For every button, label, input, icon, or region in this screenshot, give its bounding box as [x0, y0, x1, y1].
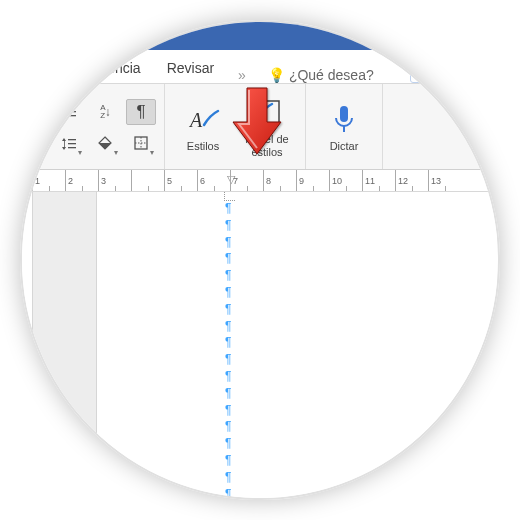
share-button[interactable] — [410, 61, 432, 83]
dictate-button[interactable]: Dictar — [314, 103, 374, 153]
sort-button[interactable]: AZ↓ — [90, 99, 120, 125]
svg-rect-36 — [68, 147, 76, 148]
svg-rect-42 — [340, 106, 348, 122]
svg-rect-19 — [68, 111, 76, 112]
ruler-tick: 9 — [296, 170, 329, 191]
svg-rect-43 — [343, 126, 345, 132]
svg-rect-31 — [25, 143, 40, 145]
ribbon-tabs: Correspondencia Revisar » 💡 ¿Qué desea? — [20, 50, 500, 84]
document-page[interactable]: ¶¶¶¶¶¶¶¶¶¶¶¶¶¶¶¶¶¶¶¶¶¶ — [97, 192, 497, 500]
share-icon — [414, 65, 428, 79]
ruler-tick: 10 — [329, 170, 362, 191]
group-styles: A Estilos Panel de estilos — [165, 84, 306, 169]
tab-revisar[interactable]: Revisar — [165, 53, 216, 83]
borders-button[interactable]: ▾ — [126, 131, 156, 157]
group-voice: Dictar — [306, 84, 383, 169]
nav-pane: es todo loversaciones oinstalada enstenc… — [20, 192, 32, 500]
styles-pane-label: Panel de estilos — [245, 133, 288, 158]
svg-rect-41 — [253, 101, 279, 123]
ruler-tick: 7 — [230, 170, 263, 191]
indent-dec-button[interactable] — [20, 99, 48, 125]
dictate-label: Dictar — [330, 140, 359, 153]
svg-rect-32 — [25, 147, 40, 149]
styles-icon: A — [186, 103, 220, 137]
pilcrow-button[interactable]: ¶ — [126, 99, 156, 125]
window-title: ocumento1 — [32, 23, 106, 40]
line-spacing-button[interactable]: ▾ — [54, 131, 84, 157]
shading-button[interactable]: ▾ — [90, 131, 120, 157]
ruler-tick: 13 — [428, 170, 461, 191]
ruler-tick: 3 — [98, 170, 131, 191]
indent-inc-button[interactable] — [54, 99, 84, 125]
styles-pane-button[interactable]: Panel de estilos — [237, 96, 297, 158]
ruler-tick: 12 — [395, 170, 428, 191]
ruler-tick: 2 — [65, 170, 98, 191]
svg-rect-18 — [68, 107, 76, 108]
ribbon: ▾ 123▾ ▾ AZ↓ ¶ — [20, 84, 500, 170]
page-gutter — [32, 192, 97, 500]
svg-rect-17 — [32, 115, 40, 116]
ruler-tick: 11 — [362, 170, 395, 191]
tell-me[interactable]: 💡 ¿Qué desea? — [268, 67, 374, 83]
nav-snippet: estro equipo ytarjeta deejemplo, a la — [20, 295, 32, 356]
svg-text:A: A — [188, 109, 203, 131]
tab-correspondencia[interactable]: Correspondencia — [32, 53, 143, 83]
paragraph-marks: ¶¶¶¶¶¶¶¶¶¶¶¶¶¶¶¶¶¶¶¶¶¶ — [225, 200, 497, 500]
ruler-tick: 1 — [32, 170, 65, 191]
ruler-tick: 5 — [164, 170, 197, 191]
styles-label: Estilos — [187, 140, 219, 153]
tell-me-label: ¿Qué desea? — [289, 67, 374, 83]
horizontal-ruler[interactable]: ▽ 1235678910111213 — [20, 170, 500, 192]
styles-button[interactable]: A Estilos — [173, 103, 233, 153]
svg-rect-33 — [64, 141, 65, 147]
tabs-overflow-icon[interactable]: » — [238, 67, 246, 83]
group-paragraph: ▾ 123▾ ▾ AZ↓ ¶ — [20, 84, 165, 169]
svg-rect-30 — [25, 139, 40, 141]
mic-icon — [327, 103, 361, 137]
svg-rect-35 — [68, 143, 76, 144]
svg-rect-16 — [32, 111, 40, 112]
justify-button[interactable] — [20, 131, 48, 157]
ruler-tick: 8 — [263, 170, 296, 191]
nav-snippet: es todo loversaciones oinstalada enstenc… — [20, 202, 32, 295]
window-titlebar: ocumento1 — [20, 20, 500, 50]
svg-rect-34 — [68, 139, 76, 140]
ruler-tick: 6 — [197, 170, 230, 191]
styles-pane-icon — [250, 96, 284, 130]
svg-rect-15 — [32, 107, 40, 108]
lightbulb-icon: 💡 — [268, 67, 285, 83]
ruler-tick — [131, 170, 164, 191]
svg-rect-20 — [68, 115, 76, 116]
